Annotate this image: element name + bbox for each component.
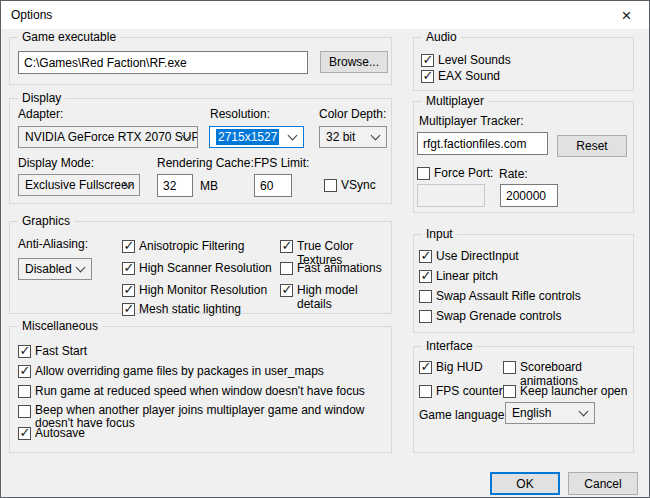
group-label: Audio	[422, 30, 461, 44]
adapter-value: NVIDIA GeForce RTX 2070 SUP	[25, 130, 198, 144]
reduced-speed-checkbox[interactable]: Run game at reduced speed when window do…	[18, 384, 365, 398]
group-label: Multiplayer	[422, 94, 488, 108]
vsync-checkbox[interactable]: VSync	[324, 178, 376, 192]
close-icon: ×	[622, 7, 632, 24]
checkbox-label: Keep launcher open	[520, 384, 627, 398]
group-graphics: Graphics Anti-Aliasing: Disabled Anisotr…	[9, 221, 392, 314]
checkbox-icon	[419, 385, 432, 398]
checkbox-icon	[18, 365, 31, 378]
swap-assault-rifle-checkbox[interactable]: Swap Assault Rifle controls	[419, 289, 581, 303]
display-mode-label: Display Mode:	[18, 156, 94, 170]
high-scanner-resolution-checkbox[interactable]: High Scanner Resolution	[122, 261, 272, 275]
browse-button-label: Browse...	[329, 55, 379, 69]
checkbox-label: Allow overriding game files by packages …	[35, 364, 324, 378]
color-depth-label: Color Depth:	[319, 107, 386, 121]
cancel-button[interactable]: Cancel	[568, 472, 638, 495]
checkbox-label: EAX Sound	[438, 69, 500, 83]
eax-sound-checkbox[interactable]: EAX Sound	[421, 69, 500, 83]
multiplayer-tracker-label: Multiplayer Tracker:	[419, 114, 524, 128]
reset-button[interactable]: Reset	[557, 135, 627, 157]
multiplayer-tracker-input[interactable]	[417, 132, 548, 155]
allow-overriding-checkbox[interactable]: Allow overriding game files by packages …	[18, 364, 324, 378]
level-sounds-checkbox[interactable]: Level Sounds	[421, 53, 511, 67]
checkbox-label: Anisotropic Filtering	[139, 239, 244, 253]
checkbox-icon	[280, 240, 293, 253]
options-dialog: Options × Game executable Browse... Disp…	[0, 0, 650, 498]
group-label: Display	[18, 91, 65, 105]
checkbox-label: Beep when another player joins multiplay…	[35, 404, 392, 430]
checkbox-icon	[280, 262, 293, 275]
display-mode-value: Exclusive Fullscreen	[25, 178, 134, 192]
high-monitor-resolution-checkbox[interactable]: High Monitor Resolution	[122, 283, 267, 297]
keep-launcher-open-checkbox[interactable]: Keep launcher open	[503, 384, 627, 398]
checkbox-label: High Monitor Resolution	[139, 283, 267, 297]
checkbox-label: VSync	[341, 178, 376, 192]
window-title: Options	[11, 8, 52, 22]
resolution-label: Resolution:	[210, 107, 270, 121]
use-directinput-checkbox[interactable]: Use DirectInput	[419, 249, 519, 263]
group-label: Input	[422, 227, 457, 241]
anti-aliasing-label: Anti-Aliasing:	[18, 237, 88, 251]
checkbox-icon	[324, 179, 337, 192]
autosave-checkbox[interactable]: Autosave	[18, 426, 85, 440]
rendering-cache-input[interactable]	[157, 174, 193, 197]
checkbox-label: Big HUD	[436, 360, 483, 374]
anisotropic-filtering-checkbox[interactable]: Anisotropic Filtering	[122, 239, 244, 253]
anti-aliasing-value: Disabled	[25, 262, 72, 276]
checkbox-label: Fast animations	[297, 261, 382, 275]
rate-label: Rate:	[499, 167, 528, 181]
group-miscellaneous: Miscellaneous Fast Start Allow overridin…	[9, 326, 392, 453]
cancel-button-label: Cancel	[584, 477, 621, 491]
checkbox-label: FPS counter	[436, 384, 503, 398]
fast-start-checkbox[interactable]: Fast Start	[18, 344, 87, 358]
force-port-checkbox[interactable]: Force Port:	[417, 166, 493, 180]
group-label: Miscellaneous	[18, 319, 102, 333]
checkbox-icon	[122, 284, 135, 297]
group-label: Interface	[422, 339, 477, 353]
chevron-down-icon	[579, 407, 589, 417]
big-hud-checkbox[interactable]: Big HUD	[419, 360, 483, 374]
fps-counter-checkbox[interactable]: FPS counter	[419, 384, 503, 398]
group-input: Input Use DirectInput Linear pitch Swap …	[413, 234, 634, 333]
ok-button[interactable]: OK	[490, 472, 560, 495]
anti-aliasing-dropdown[interactable]: Disabled	[18, 258, 92, 280]
chevron-down-icon	[288, 131, 298, 141]
fps-limit-label: FPS Limit:	[254, 156, 309, 170]
checkbox-icon	[18, 385, 31, 398]
rendering-cache-label: Rendering Cache:	[157, 156, 254, 170]
adapter-dropdown[interactable]: NVIDIA GeForce RTX 2070 SUP	[18, 126, 198, 148]
linear-pitch-checkbox[interactable]: Linear pitch	[419, 269, 498, 283]
rate-input[interactable]	[500, 184, 558, 207]
checkbox-label: Level Sounds	[438, 53, 511, 67]
checkbox-icon	[419, 361, 432, 374]
checkbox-icon	[503, 361, 516, 374]
fps-limit-input[interactable]	[254, 174, 292, 197]
group-interface: Interface Big HUD Scoreboard animations …	[413, 346, 634, 453]
checkbox-icon	[419, 270, 432, 283]
checkbox-icon	[18, 427, 31, 440]
checkbox-label: Swap Grenade controls	[436, 309, 561, 323]
checkbox-icon	[18, 405, 31, 418]
high-model-details-checkbox[interactable]: High model details	[280, 283, 391, 311]
checkbox-label: Autosave	[35, 426, 85, 440]
color-depth-dropdown[interactable]: 32 bit	[319, 126, 387, 148]
checkbox-label: High model details	[297, 283, 391, 311]
group-game-executable: Game executable Browse...	[9, 37, 392, 85]
display-mode-dropdown[interactable]: Exclusive Fullscreen	[18, 174, 140, 196]
game-executable-input[interactable]	[18, 51, 308, 74]
browse-button[interactable]: Browse...	[320, 51, 388, 73]
checkbox-icon	[419, 310, 432, 323]
checkbox-icon	[419, 250, 432, 263]
close-button[interactable]: ×	[604, 1, 649, 29]
checkbox-label: Linear pitch	[436, 269, 498, 283]
game-language-value: English	[512, 406, 551, 420]
fast-animations-checkbox[interactable]: Fast animations	[280, 261, 382, 275]
color-depth-value: 32 bit	[326, 130, 355, 144]
checkbox-icon	[417, 167, 430, 180]
swap-grenade-checkbox[interactable]: Swap Grenade controls	[419, 309, 561, 323]
mesh-static-lighting-checkbox[interactable]: Mesh static lighting	[122, 302, 241, 316]
game-language-dropdown[interactable]: English	[505, 402, 595, 424]
resolution-dropdown[interactable]: 2715x1527	[209, 126, 304, 148]
resolution-value: 2715x1527	[216, 129, 279, 145]
adapter-label: Adapter:	[18, 107, 63, 121]
